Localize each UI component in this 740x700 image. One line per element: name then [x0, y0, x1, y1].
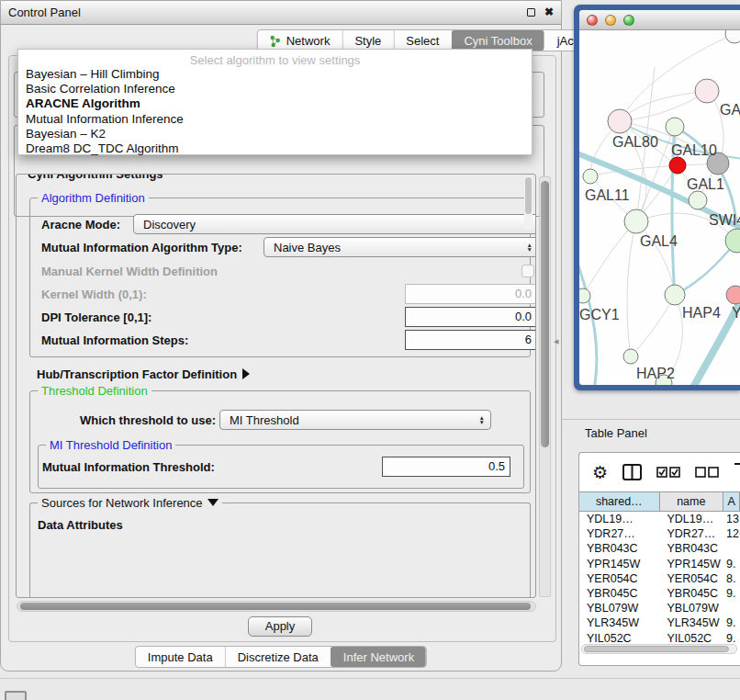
table-row[interactable]: YBR045CYBR045C9. — [579, 586, 740, 601]
network-canvas[interactable]: GALGAL80GAL10GAL1SWI4GAL11GAL4GCY1HAP4YH… — [579, 30, 740, 385]
table-cell: YBR043C — [659, 541, 723, 556]
dropdown-prompt: Select algorithm to view settings — [18, 50, 532, 67]
minimize-traffic-light[interactable] — [605, 15, 616, 26]
status-bar-divider — [0, 678, 740, 679]
table-row[interactable]: YER054CYER054C8. — [579, 571, 740, 586]
down-arrow-icon — [207, 499, 219, 506]
network-node[interactable] — [665, 285, 685, 305]
mi-threshold-field[interactable]: 0.5 — [382, 457, 510, 477]
tab-discretize-data[interactable]: Discretize Data — [225, 647, 331, 667]
algorithm-dropdown: Select algorithm to view settings Bayesi… — [17, 49, 533, 155]
network-node[interactable] — [579, 288, 590, 303]
manual-kernel-width-checkbox[interactable] — [521, 265, 534, 277]
network-node[interactable] — [669, 157, 686, 174]
table-row[interactable]: YPR145WYPR145W9. — [579, 557, 740, 571]
table-cell: YDR27… — [659, 526, 723, 541]
dropdown-item[interactable]: Basic Correlation Inference — [18, 82, 532, 96]
checked-boxes-icon[interactable] — [656, 467, 680, 478]
table-panel-divider — [562, 419, 740, 420]
table-rows: YDL19…YDL19…13YDR27…YDR27…12YBR043CYBR04… — [579, 512, 740, 644]
column-header[interactable]: shared… — [579, 492, 660, 511]
group-title: MI Threshold Definition — [46, 438, 175, 452]
manual-kernel-width-label: Manual Kernel Width Definition — [41, 265, 218, 278]
table-row[interactable]: YBR043CYBR043C — [579, 541, 740, 556]
tab-network[interactable]: Network — [258, 30, 342, 51]
table-cell: YPR145W — [659, 557, 723, 571]
close-traffic-light[interactable] — [587, 15, 598, 26]
close-icon[interactable]: ✖ — [544, 8, 554, 17]
group-title: Cyni Algorithm Settings — [24, 174, 167, 181]
table-cell: YPR145W — [579, 557, 659, 571]
settings-vertical-scrollbar[interactable] — [539, 176, 551, 597]
zoom-traffic-light[interactable] — [623, 15, 634, 26]
network-node-label: HAP2 — [636, 366, 675, 381]
gear-icon[interactable]: ⚙ — [592, 462, 608, 483]
hub-definition-toggle[interactable]: Hub/Transcription Factor Definition — [37, 367, 250, 381]
group-title: Threshold Definition — [38, 384, 151, 398]
tab-infer-network[interactable]: Infer Network — [331, 647, 426, 667]
network-node[interactable] — [583, 169, 598, 184]
table-row[interactable]: YLR345WYLR345W9. — [579, 615, 740, 630]
which-threshold-label: Which threshold to use: — [80, 413, 216, 427]
dropdown-item[interactable]: Mutual Information Inference — [18, 112, 532, 127]
table-row[interactable]: YBL079WYBL079W — [579, 601, 740, 615]
mi-algorithm-type-select[interactable]: Naive Bayes ▲▼ — [263, 237, 536, 257]
tab-impute-data[interactable]: Impute Data — [136, 647, 225, 667]
apply-button[interactable]: Apply — [248, 616, 312, 637]
table-cell: YIL052C — [579, 631, 659, 645]
unchecked-boxes-icon[interactable] — [695, 467, 719, 478]
aracne-mode-label: Aracne Mode: — [41, 218, 120, 231]
network-node-label: GAL10 — [671, 142, 717, 158]
table-row[interactable]: YIL052CYIL052C9. — [579, 631, 740, 645]
tab-style[interactable]: Style — [342, 30, 393, 51]
settings-horizontal-scrollbar[interactable] — [17, 601, 536, 612]
tab-cyni-toolbox[interactable]: Cyni Toolbox — [451, 30, 544, 51]
table-cell: YBR045C — [659, 586, 723, 601]
tab-select[interactable]: Select — [393, 30, 451, 51]
table-horizontal-scrollbar[interactable] — [581, 644, 737, 654]
document-icon[interactable] — [734, 463, 740, 481]
table-row[interactable]: YDR27…YDR27…12 — [579, 526, 740, 541]
network-window-titlebar[interactable] — [579, 10, 740, 30]
dropdown-item[interactable]: Bayesian – Hill Climbing — [18, 67, 532, 82]
network-node[interactable] — [695, 79, 719, 103]
network-node[interactable] — [725, 30, 740, 43]
control-panel-titlebar[interactable]: Control Panel ✖ — [1, 1, 561, 25]
network-node-label: GAL1 — [687, 176, 724, 192]
dropdown-item[interactable]: ARACNE Algorithm — [18, 96, 532, 111]
kernel-width-field[interactable]: 0.0 — [405, 284, 536, 304]
network-node[interactable] — [608, 109, 632, 133]
mi-steps-field[interactable]: 6 — [405, 330, 536, 350]
mi-algorithm-type-label: Mutual Information Algorithm Type: — [41, 241, 242, 254]
data-attributes-label: Data Attributes — [38, 518, 123, 532]
network-node[interactable] — [666, 118, 684, 136]
table-cell: 9. — [723, 586, 740, 601]
sources-toggle[interactable]: Sources for Network Inference — [38, 496, 222, 510]
which-threshold-select[interactable]: MI Threshold ▲▼ — [219, 410, 491, 430]
table-cell: YLR345W — [659, 615, 723, 630]
table-cell: YLR345W — [579, 615, 659, 630]
network-node[interactable] — [624, 209, 648, 233]
table-cell: YBL079W — [659, 601, 723, 615]
network-node[interactable] — [689, 191, 707, 209]
corner-mini-button[interactable] — [5, 691, 27, 700]
dpi-tolerance-field[interactable]: 0.0 — [405, 307, 536, 327]
columns-icon[interactable] — [622, 464, 642, 480]
dropdown-item[interactable]: Bayesian – K2 — [18, 127, 532, 141]
float-window-icon[interactable] — [527, 8, 535, 17]
column-header[interactable]: name — [660, 492, 724, 511]
attributes-scrollbar[interactable] — [524, 176, 533, 230]
dpi-tolerance-label: DPI Tolerance [0,1]: — [41, 310, 151, 324]
table-cell: YDR27… — [579, 526, 659, 541]
dropdown-item[interactable]: Dream8 DC_TDC Algorithm — [18, 141, 532, 156]
table-cell: 9. — [723, 631, 740, 645]
network-node[interactable] — [623, 349, 638, 364]
aracne-mode-select[interactable]: Discovery ▲▼ — [133, 214, 536, 234]
panel-splitter-icon[interactable]: ◀ — [554, 338, 558, 345]
table-cell: 8. — [723, 571, 740, 586]
network-node-label: SWI4 — [709, 212, 740, 228]
column-header[interactable]: A — [723, 492, 740, 511]
network-node[interactable] — [726, 286, 740, 304]
table-row[interactable]: YDL19…YDL19…13 — [579, 512, 740, 526]
table-cell — [723, 601, 740, 615]
